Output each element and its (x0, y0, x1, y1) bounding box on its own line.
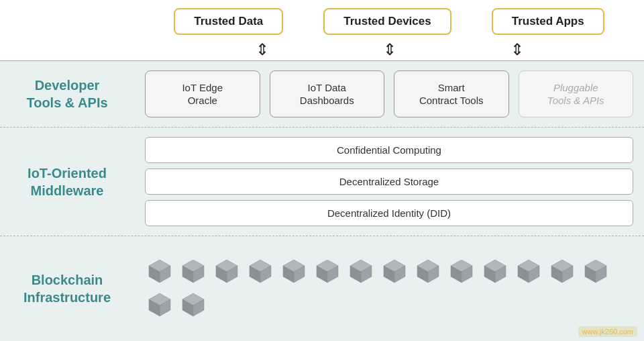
iot-edge-oracle-box: IoT EdgeOracle (145, 70, 260, 117)
middleware-layer: IoT-OrientedMiddleware Confidential Comp… (0, 128, 644, 236)
blockchain-cube (313, 257, 342, 287)
arrow-apps: ⇕ (473, 40, 560, 59)
blockchain-cube (212, 257, 241, 287)
middleware-content: Confidential Computing Decentralized Sto… (134, 128, 644, 236)
iot-data-dashboards-box: IoT DataDashboards (270, 70, 385, 117)
blockchain-label: BlockchainInfrastructure (0, 236, 134, 341)
blockchain-cube (178, 257, 208, 287)
blockchain-cube (145, 291, 174, 320)
blockchain-cube (246, 257, 275, 287)
watermark: www.jk260.com (578, 326, 637, 337)
blockchain-cube (514, 257, 543, 287)
blockchain-cube (480, 257, 510, 287)
trusted-row: Trusted Data Trusted Devices Trusted App… (0, 0, 644, 39)
blockchain-layer: BlockchainInfrastructure (0, 236, 644, 341)
confidential-computing-box: Confidential Computing (145, 137, 633, 163)
blockchain-label-text: BlockchainInfrastructure (23, 271, 111, 306)
middleware-label-text: IoT-OrientedMiddleware (28, 164, 107, 199)
blockchain-cube (178, 291, 208, 320)
blockchain-cube (447, 257, 476, 287)
pluggable-tools-box: PluggableTools & APIs (519, 70, 634, 117)
developer-content: IoT EdgeOracle IoT DataDashboards SmartC… (134, 61, 644, 127)
main-container: Trusted Data Trusted Devices Trusted App… (0, 0, 644, 341)
developer-layer: DeveloperTools & APIs IoT EdgeOracle IoT… (0, 61, 644, 128)
blockchain-cube (380, 257, 409, 287)
blockchain-cube (279, 257, 309, 287)
trusted-devices-box: Trusted Devices (323, 8, 451, 35)
blockchain-cube (346, 257, 376, 287)
blockchain-cube (581, 257, 610, 287)
middleware-label: IoT-OrientedMiddleware (0, 128, 134, 236)
decentralized-storage-box: Decentralized Storage (145, 168, 633, 195)
developer-label-text: DeveloperTools & APIs (26, 77, 107, 111)
cube-grid (145, 257, 633, 320)
content-area: DeveloperTools & APIs IoT EdgeOracle IoT… (0, 61, 644, 341)
blockchain-content (134, 236, 644, 341)
blockchain-cube (547, 257, 577, 287)
trusted-apps-box: Trusted Apps (492, 8, 604, 35)
blockchain-cube (413, 257, 443, 287)
trusted-data-box: Trusted Data (174, 8, 283, 35)
decentralized-identity-box: Decentralized Identity (DID) (145, 200, 633, 226)
smart-contract-tools-box: SmartContract Tools (394, 70, 509, 117)
arrow-devices: ⇕ (345, 40, 433, 59)
developer-label: DeveloperTools & APIs (0, 61, 134, 127)
arrows-row: ⇕ ⇕ ⇕ (0, 39, 644, 60)
arrow-data: ⇕ (218, 40, 305, 59)
blockchain-cube (145, 257, 174, 287)
